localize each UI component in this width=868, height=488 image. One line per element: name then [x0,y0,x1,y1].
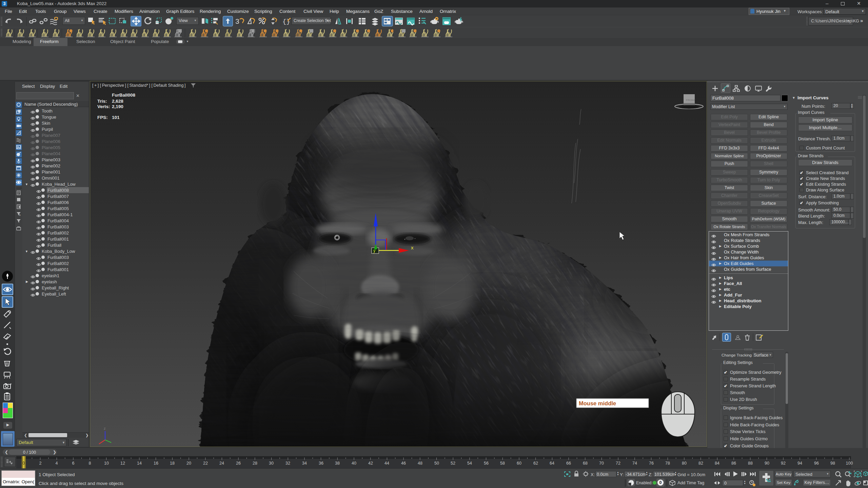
svg-text:Mouse middle: Mouse middle [579,400,616,406]
svg-text:FRONT: FRONT [686,99,695,102]
svg-text:b: b [19,214,21,216]
svg-text:3: 3 [235,17,239,25]
svg-text:z: z [104,426,106,430]
svg-text:x: x [411,245,414,250]
